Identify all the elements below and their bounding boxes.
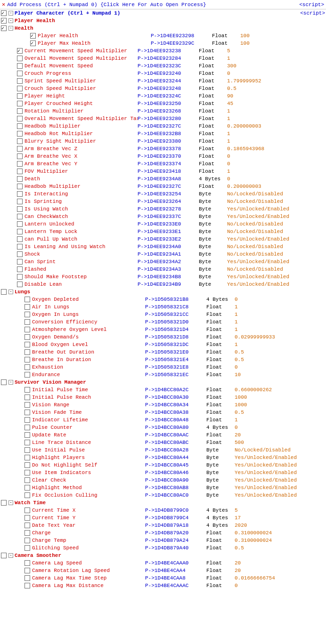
cb-2[interactable] xyxy=(17,48,23,54)
checkbox-wt[interactable] xyxy=(1,500,7,506)
cb-l10[interactable] xyxy=(24,372,30,378)
checkbox-sv[interactable] xyxy=(1,379,7,385)
cb-20[interactable] xyxy=(17,184,23,189)
survivor-vision-group[interactable]: - Survivor Vision Manager xyxy=(0,378,326,386)
cb-29[interactable] xyxy=(17,251,23,257)
cb-sv11[interactable] xyxy=(24,470,30,475)
cb-32[interactable] xyxy=(17,274,23,280)
table-row: Use Item Indicators P->1D4BCC80A46 Byte … xyxy=(0,469,326,476)
expand-player-health[interactable]: - xyxy=(8,18,13,23)
cb-18[interactable] xyxy=(17,169,23,174)
cb-l4[interactable] xyxy=(24,327,30,332)
cb-sv1[interactable] xyxy=(24,394,30,400)
cb-l8[interactable] xyxy=(24,357,30,362)
cb-25[interactable] xyxy=(17,221,23,227)
cb-sv2[interactable] xyxy=(24,402,30,408)
cb-9[interactable] xyxy=(17,101,23,106)
checkbox-cs[interactable] xyxy=(1,553,7,558)
cb-5[interactable] xyxy=(17,71,23,76)
cb-sv5[interactable] xyxy=(24,425,30,430)
player-health-group[interactable]: - Player Health xyxy=(0,17,326,24)
table-row: Is Interacting P->1D4EE923254 Byte No/Lo… xyxy=(0,190,326,198)
cb-sv10[interactable] xyxy=(24,462,30,468)
add-process-label[interactable]: Add Process (Ctrl + Numpad 0) {Click Her… xyxy=(7,2,206,8)
cb-l0[interactable] xyxy=(24,297,30,302)
cb-33[interactable] xyxy=(17,282,23,287)
cb-23[interactable] xyxy=(17,206,23,212)
checkbox-lungs[interactable] xyxy=(1,289,7,295)
cb-l2[interactable] xyxy=(24,312,30,317)
cb-wt5[interactable] xyxy=(24,545,30,551)
camera-smoother-group[interactable]: - Camera Smoother xyxy=(0,552,326,559)
cb-sv14[interactable] xyxy=(24,492,30,498)
cb-sv0[interactable] xyxy=(24,387,30,393)
health-subgroup[interactable]: - Health xyxy=(0,24,326,32)
cb-0[interactable] xyxy=(30,33,36,39)
cb-wt2[interactable] xyxy=(24,523,30,528)
cb-wt4[interactable] xyxy=(24,538,30,543)
cb-sv4[interactable] xyxy=(24,417,30,423)
cb-4[interactable] xyxy=(17,63,23,69)
cb-10[interactable] xyxy=(17,108,23,114)
checkbox-player-health[interactable] xyxy=(1,18,7,24)
expand-sv[interactable]: - xyxy=(8,380,13,385)
table-row: Use Initial Pulse P->1D4BCC80A28 Byte No… xyxy=(0,446,326,454)
table-row: Lantern Unlocked P->1D4EE9233E0 Byte No/… xyxy=(0,220,326,228)
cb-cs3[interactable] xyxy=(24,583,30,588)
cb-l9[interactable] xyxy=(24,364,30,370)
cb-21[interactable] xyxy=(17,191,23,197)
expand-health[interactable]: - xyxy=(8,26,13,31)
cb-11[interactable] xyxy=(17,116,23,121)
cb-24[interactable] xyxy=(17,214,23,219)
cb-cs2[interactable] xyxy=(24,575,30,581)
cb-31[interactable] xyxy=(17,266,23,272)
cb-8[interactable] xyxy=(17,93,23,99)
cb-22[interactable] xyxy=(17,199,23,204)
cb-l3[interactable] xyxy=(24,319,30,325)
player-character-group[interactable]: - Player Character (Ctrl + Numpad 1) <sc… xyxy=(0,9,326,17)
cb-wt0[interactable] xyxy=(24,507,30,513)
cb-wt3[interactable] xyxy=(24,530,30,536)
cb-sv12[interactable] xyxy=(24,477,30,483)
cb-l6[interactable] xyxy=(24,342,30,347)
lungs-group[interactable]: - Lungs xyxy=(0,288,326,296)
cb-l5[interactable] xyxy=(24,334,30,340)
table-row: Line Trace Distance P->1D4BCC80ABC Float… xyxy=(0,439,326,446)
checkbox-health[interactable] xyxy=(1,25,7,31)
cb-19[interactable] xyxy=(17,176,23,182)
cb-wt1[interactable] xyxy=(24,515,30,521)
table-row: Player Crouched Height P->1D4EE923250 Fl… xyxy=(0,100,326,107)
cb-15[interactable] xyxy=(17,146,23,152)
cb-12[interactable] xyxy=(17,123,23,129)
cb-sv8[interactable] xyxy=(24,447,30,453)
cb-cs1[interactable] xyxy=(24,568,30,573)
cb-17[interactable] xyxy=(17,161,23,167)
cb-sv9[interactable] xyxy=(24,455,30,460)
add-process-bar[interactable]: ✕ Add Process (Ctrl + Numpad 0) {Click H… xyxy=(0,0,326,9)
table-row: Flashed P->1D4EE9234A3 Byte No/Locked/Di… xyxy=(0,266,326,273)
cb-cs0[interactable] xyxy=(24,560,30,566)
cb-26[interactable] xyxy=(17,229,23,234)
watch-time-group[interactable]: - Watch Time xyxy=(0,499,326,507)
checkbox-player-char[interactable] xyxy=(1,10,7,16)
cb-27[interactable] xyxy=(17,236,23,242)
cb-sv6[interactable] xyxy=(24,432,30,438)
cb-6[interactable] xyxy=(17,78,23,84)
cb-sv3[interactable] xyxy=(24,410,30,415)
cb-sv7[interactable] xyxy=(24,440,30,445)
cb-16[interactable] xyxy=(17,153,23,159)
cb-l7[interactable] xyxy=(24,349,30,355)
cb-7[interactable] xyxy=(17,86,23,91)
expand-wt[interactable]: - xyxy=(8,500,13,505)
expand-lungs[interactable]: - xyxy=(8,290,13,294)
cb-3[interactable] xyxy=(17,56,23,61)
cb-14[interactable] xyxy=(17,138,23,144)
cb-30[interactable] xyxy=(17,259,23,265)
cb-13[interactable] xyxy=(17,131,23,137)
cb-28[interactable] xyxy=(17,244,23,250)
expand-cs[interactable]: - xyxy=(8,553,13,558)
cb-l1[interactable] xyxy=(24,304,30,310)
expand-player-char[interactable]: - xyxy=(8,11,13,16)
cb-sv13[interactable] xyxy=(24,485,30,491)
cb-1[interactable] xyxy=(30,40,36,46)
